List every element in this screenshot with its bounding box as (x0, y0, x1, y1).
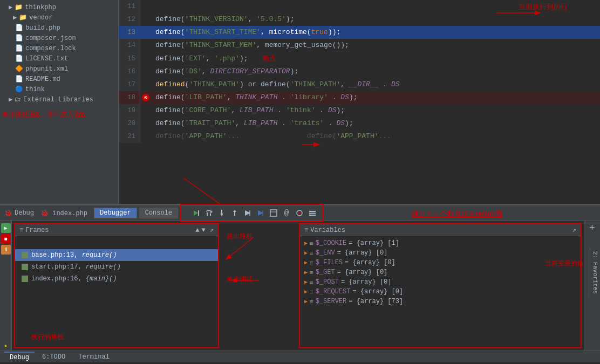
frame-icon (22, 252, 28, 258)
frames-button[interactable] (268, 207, 279, 219)
file-tree-item[interactable]: ▶ 🗂 External Libraries (0, 94, 118, 105)
code-content: define('DS', DIRECTORY_SEPARATOR); (151, 65, 600, 78)
folder-icon3: 🗂 (15, 95, 21, 104)
file-tree-label: build.php (25, 24, 60, 32)
code-line-21: 21 define('APP_PATH'... define('APP_PATH… (119, 130, 600, 143)
pause-side-btn[interactable]: ⏸ (1, 245, 11, 255)
var-expand-icon: ▶ (304, 269, 308, 276)
frame-item[interactable]: index.php:16, {main}() (15, 273, 218, 285)
var-expand-icon: ▶ (304, 298, 308, 305)
resume-button[interactable] (190, 207, 202, 219)
frames-up-btn[interactable]: ▲ (195, 226, 199, 234)
file-tree-label: composer.json (25, 35, 76, 42)
var-item[interactable]: ▶ ≡ $_POST = {array} [0] (304, 277, 576, 287)
debug-icon: 🐞 (4, 209, 12, 217)
breakpoint-marker (140, 39, 151, 52)
file-tree-item[interactable]: 📄 README.md (0, 74, 118, 84)
code-line-19: 19 define('CORE_PATH', LIB_PATH . 'think… (119, 104, 600, 117)
code-content: define('CORE_PATH', LIB_PATH . 'think' .… (151, 104, 600, 117)
code-content: define('THINK_START_TIME', microtime(tru… (151, 26, 600, 39)
variables-header: ≡ Variables ↗ (300, 224, 581, 236)
svg-line-2 (183, 178, 259, 204)
breakpoint-marker (140, 117, 151, 130)
editor-area: ▶ 📁 thinkphp ▶ 📁 vendor 📄 build.php 📄 co… (0, 0, 600, 205)
settings-button[interactable] (306, 207, 318, 219)
file-tree-label: phpunit.xml (25, 65, 68, 73)
file-tree-label: composer.lock (25, 45, 76, 52)
code-line-15: 15 define('EXT', '.php'); 断点 (119, 52, 600, 65)
line-number: 19 (119, 104, 140, 117)
file-tree-item[interactable]: 📄 composer.lock (0, 43, 118, 53)
frame-icon (22, 264, 28, 270)
json-file-icon: 📄 (15, 34, 23, 42)
breakpoint-marker: ⊗ (140, 91, 151, 104)
debug-toolbar-box: @ (180, 204, 324, 222)
resume-side-btn[interactable]: ▶ (1, 223, 11, 233)
file-tree-label: External Libraries (23, 96, 93, 104)
file-tree-item[interactable]: ▶ 📁 thinkphp (0, 2, 118, 12)
file-tree-item[interactable]: 🔶 phpunit.xml (0, 64, 118, 74)
bottom-tab-terminal[interactable]: Terminal (73, 352, 115, 362)
var-item[interactable]: ▶ ≡ $_SERVER = {array} [73] (304, 297, 576, 306)
bottom-tabs-bar: Debug 6:TODO Terminal (0, 351, 600, 362)
var-name: $_FILES (316, 259, 343, 266)
add-watch-btn[interactable]: + (589, 223, 595, 233)
breakpoint-marker (140, 104, 151, 117)
file-tree-item[interactable]: 📄 build.php (0, 23, 118, 33)
var-item[interactable]: ▶ ≡ $_GET = {array} [0] (304, 267, 576, 277)
var-value: = {array} [0] (352, 288, 403, 296)
record-button[interactable] (294, 207, 305, 219)
frame-icon (22, 276, 28, 282)
file-tree-item[interactable]: 📄 composer.json (0, 33, 118, 43)
code-line-18: 18 ⊗ define('LIB_PATH', THINK_PATH . 'li… (119, 91, 600, 104)
var-icon: ≡ (310, 240, 313, 247)
star-btn[interactable]: ★ (1, 341, 11, 351)
var-expand-icon: ▶ (304, 279, 308, 285)
svg-point-19 (298, 212, 301, 214)
var-item[interactable]: ▶ ≡ $_COOKIE = {array} [1] (304, 238, 576, 248)
bottom-tab-debug[interactable]: Debug (4, 352, 35, 362)
var-item[interactable]: ▶ ≡ $_ENV = {array} [0] (304, 248, 576, 258)
debugger-tab[interactable]: Debugger (94, 208, 137, 218)
favorites-tab[interactable]: 2: Favorites (590, 248, 600, 297)
line-number: 11 (119, 0, 140, 13)
step-out-button[interactable] (229, 207, 241, 219)
file-tree-item[interactable]: ▶ 📁 vendor (0, 12, 118, 23)
stop-side-btn[interactable]: ■ (1, 234, 11, 244)
file-tree-item[interactable]: 📄 LICENSE.txt (0, 53, 118, 64)
code-content (151, 0, 600, 13)
breakpoint-marker (140, 0, 151, 13)
debug-title: Debug (15, 209, 34, 217)
frames-down-btn[interactable]: ▼ (202, 226, 206, 234)
var-item[interactable]: ▶ ≡ $_REQUEST = {array} [0] (304, 287, 576, 297)
file-tree-item[interactable]: 🔵 think (0, 84, 118, 94)
frames-arrows: ▲ ▼ (195, 226, 205, 234)
jump-next-annotation: 跳到下一个断点或光标的位置 (412, 209, 503, 219)
txt-file-icon: 📄 (15, 54, 23, 63)
variables-list: ▶ ≡ $_COOKIE = {array} [1] ▶ ≡ $_ENV = {… (300, 236, 581, 347)
frame-item[interactable]: start.php:17, require() (15, 261, 218, 273)
var-item[interactable]: ▶ ≡ $_FILES = {array} [0] (304, 258, 576, 267)
console-tab[interactable]: Console (139, 208, 178, 218)
var-expand-icon: ▶ (304, 240, 308, 246)
svg-rect-4 (198, 210, 199, 216)
step-over-button[interactable] (203, 207, 215, 219)
var-value: = {array} [0] (345, 259, 396, 266)
code-line-11: 11 (119, 0, 600, 13)
svg-marker-3 (194, 210, 198, 216)
frame-item[interactable]: base.php:13, require() (15, 249, 218, 261)
step-into-button[interactable] (216, 207, 228, 219)
var-icon: ≡ (310, 289, 313, 296)
line-number: 17 (119, 78, 140, 91)
vars-expand-btn[interactable]: ↗ (572, 226, 576, 234)
folder-icon: ▶ (9, 3, 12, 11)
file-tree: ▶ 📁 thinkphp ▶ 📁 vendor 📄 build.php 📄 co… (0, 0, 119, 204)
evaluate-button[interactable] (255, 207, 267, 219)
var-value: = {array} [0] (337, 269, 388, 276)
at-button[interactable]: @ (281, 207, 292, 219)
bottom-tab-todo[interactable]: 6:TODO (37, 352, 71, 362)
md-file-icon: 📄 (15, 75, 23, 83)
code-content: define('LIB_PATH', THINK_PATH . 'library… (151, 91, 600, 104)
frames-expand-btn[interactable]: ↗ (210, 226, 214, 234)
run-to-cursor-button[interactable] (242, 207, 254, 219)
